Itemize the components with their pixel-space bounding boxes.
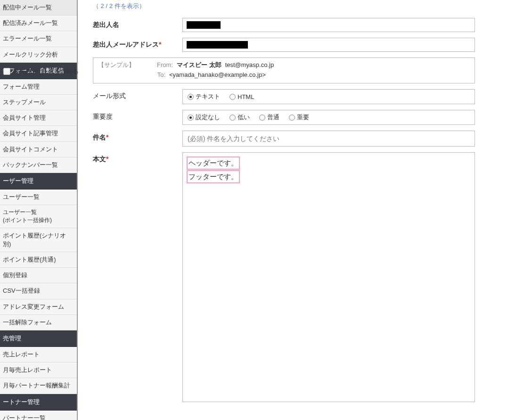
to-include-name-checkbox[interactable] xyxy=(3,68,10,75)
radio-icon xyxy=(229,94,236,100)
mail-format-text-option[interactable]: テキスト xyxy=(188,92,220,101)
sidebar-section-partner: ートナー管理 xyxy=(0,394,77,411)
sidebar-item[interactable]: ユーザー一覧 xyxy=(0,189,77,205)
sidebar-section-user: ーザー管理 xyxy=(0,173,77,189)
sidebar-item[interactable]: 配信済みメール一覧 xyxy=(0,16,77,31)
sidebar-item[interactable]: ポイント履歴(共通) xyxy=(0,252,77,268)
sidebar-item[interactable]: CSV一括登録 xyxy=(0,283,77,299)
mail-format-radio-group: テキスト HTML xyxy=(182,89,475,104)
sidebar-item[interactable]: ポイント履歴(シナリオ別) xyxy=(0,228,77,252)
subject-input[interactable] xyxy=(182,131,475,147)
sender-email-label: 差出人メールアドレス* xyxy=(93,38,182,49)
sample-box: 【サンプル】 From: マイスピー 太郎 test@myasp.co.jp T… xyxy=(93,58,475,83)
sample-to-value: <yamada_hanako@example.co.jp> xyxy=(169,71,266,78)
sidebar-item[interactable]: バックナンバー一覧 xyxy=(0,157,77,173)
sample-label: 【サンプル】 xyxy=(98,61,135,69)
sidebar-item[interactable]: アドレス変更フォーム xyxy=(0,299,77,315)
sample-from-email: test@myasp.co.jp xyxy=(225,61,274,68)
radio-icon xyxy=(259,115,265,121)
sample-from-label: From: xyxy=(152,61,173,68)
sidebar-item[interactable]: ユーザー一覧 (ポイント一括操作) xyxy=(0,205,77,228)
priority-normal-option[interactable]: 普通 xyxy=(259,113,279,122)
priority-low-option[interactable]: 低い xyxy=(229,113,250,122)
sidebar-item[interactable]: 会員サイト管理 xyxy=(0,110,77,126)
sidebar-item[interactable]: 配信中メール一覧 xyxy=(0,0,77,16)
count-text: （ 2 / 2 件を表示） xyxy=(93,0,508,18)
main-content: （ 2 / 2 件を表示） 差出人名 差出人メールアドレス* 宛先(To)に氏名… xyxy=(78,0,508,420)
sender-email-input[interactable] xyxy=(182,38,475,52)
priority-radio-group: 設定なし 低い 普通 重要 xyxy=(182,110,475,125)
sidebar-item[interactable]: ステップメール xyxy=(0,95,77,110)
sample-to-label: To: xyxy=(144,71,165,78)
radio-icon xyxy=(188,115,194,121)
sidebar-item[interactable]: 一括解除フォーム xyxy=(0,315,77,330)
sidebar-item[interactable]: 売上レポート xyxy=(0,347,77,362)
body-header-highlight: ヘッダーです。 xyxy=(187,156,240,170)
sidebar-item[interactable]: 個別登録 xyxy=(0,268,77,283)
sidebar-item[interactable]: 月毎売上レポート xyxy=(0,362,77,378)
sender-name-label: 差出人名 xyxy=(93,18,182,29)
body-label: 本文* xyxy=(93,152,182,164)
body-textarea[interactable]: ヘッダーです。 フッターです。 xyxy=(182,152,475,402)
radio-icon xyxy=(289,115,295,121)
subject-label: 件名* xyxy=(93,131,182,142)
radio-icon xyxy=(229,115,236,121)
sidebar-item[interactable]: 会員サイトコメント xyxy=(0,142,77,157)
priority-none-option[interactable]: 設定なし xyxy=(188,113,220,122)
sidebar-item[interactable]: エラーメール一覧 xyxy=(0,31,77,47)
sidebar-item[interactable]: パートナー一覧 xyxy=(0,411,77,420)
mail-format-label: メール形式 xyxy=(93,89,182,100)
to-checkbox-label: 宛先(To)に氏名を含める xyxy=(13,67,79,76)
priority-high-option[interactable]: 重要 xyxy=(289,113,309,122)
sample-from-name: マイスピー 太郎 xyxy=(177,61,221,69)
sidebar-item[interactable]: 会員サイト記事管理 xyxy=(0,126,77,141)
mail-format-html-option[interactable]: HTML xyxy=(229,93,254,100)
sidebar-section-sales: 売管理 xyxy=(0,330,77,347)
radio-icon xyxy=(188,94,194,100)
priority-label: 重要度 xyxy=(93,110,182,121)
sender-name-input[interactable] xyxy=(182,18,475,32)
body-footer-highlight: フッターです。 xyxy=(187,170,240,183)
sidebar-item[interactable]: 月毎パートナー報酬集計 xyxy=(0,378,77,394)
